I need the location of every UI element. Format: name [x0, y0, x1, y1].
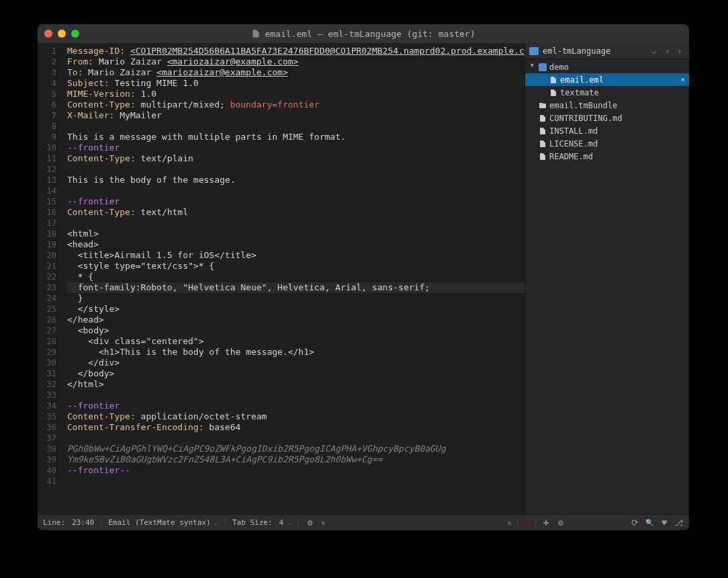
code-line[interactable] — [67, 121, 525, 132]
code-line[interactable]: </head> — [67, 315, 525, 325]
code-area[interactable]: Message-ID: <CO1PR02MB254D56B6A11BA5FA73… — [63, 43, 525, 514]
tree-folder[interactable]: ▶demo — [525, 60, 689, 73]
code-line[interactable]: This is the body of the message. — [67, 175, 525, 185]
main-area: 1234567891011121314151617181920212223242… — [38, 43, 689, 514]
code-line[interactable] — [67, 164, 525, 175]
nav-forward-button[interactable]: › — [674, 46, 685, 56]
code-line[interactable]: X-Mailer: MyMailer — [67, 110, 525, 121]
code-line[interactable]: PGh0bWw+CiAgPGhlYWQ+CiAgPC9oZWFkPgogIDxi… — [67, 444, 525, 454]
line-number: 13 — [38, 175, 56, 185]
code-line[interactable] — [67, 218, 525, 229]
code-line[interactable]: --frontier — [67, 142, 525, 153]
tree-item-label: README.md — [549, 152, 689, 161]
line-number: 29 — [38, 347, 56, 358]
code-line[interactable] — [67, 433, 525, 444]
tree-item-label: textmate — [560, 88, 689, 97]
code-line[interactable]: <style type="text/css">* { — [67, 261, 525, 272]
code-line[interactable]: <h1>This is the body of the message.</h1… — [67, 347, 525, 358]
code-line[interactable]: font-family:Roboto, "Helvetica Neue", He… — [67, 282, 525, 293]
file-icon — [539, 139, 547, 149]
close-icon[interactable]: × — [680, 75, 685, 84]
line-number: 21 — [38, 261, 56, 272]
line-number: 24 — [38, 293, 56, 304]
code-line[interactable] — [67, 476, 525, 487]
git-branch-button[interactable] — [674, 518, 684, 528]
line-number: 35 — [38, 411, 56, 422]
disclosure-arrow-icon[interactable]: ▶ — [529, 64, 536, 71]
tree-file[interactable]: email.eml× — [525, 73, 689, 86]
updown-icon[interactable] — [508, 518, 512, 527]
code-line[interactable]: Subject: Testing MIME 1.0 — [67, 78, 525, 89]
code-line[interactable]: } — [67, 293, 525, 304]
code-line[interactable]: </html> — [67, 379, 525, 390]
code-line[interactable]: Content-Type: text/html — [67, 207, 525, 218]
code-line[interactable]: Content-Type: application/octet-stream — [67, 411, 525, 422]
sort-icon[interactable] — [322, 518, 326, 527]
line-number: 19 — [38, 239, 56, 250]
status-cursor[interactable]: 23:40 — [72, 518, 94, 527]
code-line[interactable]: --frontier-- — [67, 465, 525, 476]
project-selector[interactable]: eml-tmLanguage — [529, 46, 646, 56]
code-line[interactable]: <title>Airmail 1.5 for iOS</title> — [67, 250, 525, 261]
code-line[interactable] — [67, 185, 525, 196]
syntax-selector[interactable]: Email (TextMate syntax) — [108, 518, 218, 527]
line-number: 3 — [38, 67, 56, 78]
line-number: 1 — [38, 46, 56, 56]
code-line[interactable]: Content-Type: text/plain — [67, 153, 525, 164]
settings-button-2[interactable] — [556, 518, 565, 528]
window-title-text: email.eml — eml-tmLanguage (git: master) — [265, 29, 475, 39]
tree-file[interactable]: email.tmBundle — [525, 99, 689, 112]
line-number: 22 — [38, 272, 56, 282]
file-icon — [539, 152, 547, 161]
favorite-button[interactable] — [659, 518, 669, 528]
code-line[interactable]: --frontier — [67, 401, 525, 411]
code-line[interactable]: Message-ID: <CO1PR02MB254D56B6A11BA5FA73… — [67, 46, 525, 56]
code-line[interactable]: <html> — [67, 229, 525, 239]
line-number: 36 — [38, 422, 56, 433]
tree-file[interactable]: LICENSE.md — [525, 137, 689, 150]
code-line[interactable]: * { — [67, 272, 525, 282]
code-line[interactable]: </style> — [67, 304, 525, 315]
bundle-icon — [539, 101, 547, 110]
editor-pane[interactable]: 1234567891011121314151617181920212223242… — [38, 43, 525, 514]
settings-button[interactable] — [306, 518, 315, 528]
code-line[interactable]: Ym9keSBvZiB0aGUgbWVzc2FnZS48L3A+CiAgPC9i… — [67, 454, 525, 465]
code-line[interactable]: This is a message with multiple parts in… — [67, 132, 525, 142]
folder-icon — [529, 47, 539, 55]
line-number: 20 — [38, 250, 56, 261]
file-icon — [539, 114, 547, 123]
tab-size-label: Tab Size: — [232, 518, 273, 527]
file-tree[interactable]: ▶demoemail.eml×textmateemail.tmBundleCON… — [525, 59, 689, 514]
tree-file[interactable]: INSTALL.md — [525, 124, 689, 137]
code-line[interactable]: From: Mario Zaizar <mariozaizar@example.… — [67, 56, 525, 67]
code-line[interactable]: Content-Transfer-Encoding: base64 — [67, 422, 525, 433]
code-line[interactable]: <body> — [67, 325, 525, 336]
code-line[interactable]: MIME-Version: 1.0 — [67, 89, 525, 99]
line-number: 4 — [38, 78, 56, 89]
code-line[interactable]: </div> — [67, 358, 525, 368]
reload-button[interactable] — [630, 518, 639, 528]
line-number: 34 — [38, 401, 56, 411]
record-indicator[interactable] — [523, 520, 530, 526]
search-button[interactable] — [645, 518, 654, 528]
tree-file[interactable]: README.md — [525, 150, 689, 163]
nav-back-button[interactable]: ‹ — [662, 46, 673, 56]
line-number: 7 — [38, 110, 56, 121]
code-line[interactable]: <div class="centered"> — [67, 336, 525, 347]
tree-file[interactable]: textmate — [525, 86, 689, 99]
line-number: 41 — [38, 476, 56, 487]
line-number: 18 — [38, 229, 56, 239]
dropdown-icon[interactable]: ⌵ — [649, 46, 659, 56]
line-number: 12 — [38, 164, 56, 175]
code-line[interactable]: To: Mario Zaizar <mariozaizar@example.co… — [67, 67, 525, 78]
add-button[interactable] — [541, 518, 551, 528]
tab-size-selector[interactable]: 4 — [279, 518, 291, 527]
code-line[interactable]: <head> — [67, 239, 525, 250]
line-number: 28 — [38, 336, 56, 347]
code-line[interactable] — [67, 390, 525, 401]
tree-file[interactable]: CONTRIBUTING.md — [525, 112, 689, 124]
file-icon — [539, 126, 547, 136]
code-line[interactable]: Content-Type: multipart/mixed; boundary=… — [67, 99, 525, 110]
code-line[interactable]: </body> — [67, 368, 525, 379]
code-line[interactable]: --frontier — [67, 196, 525, 207]
